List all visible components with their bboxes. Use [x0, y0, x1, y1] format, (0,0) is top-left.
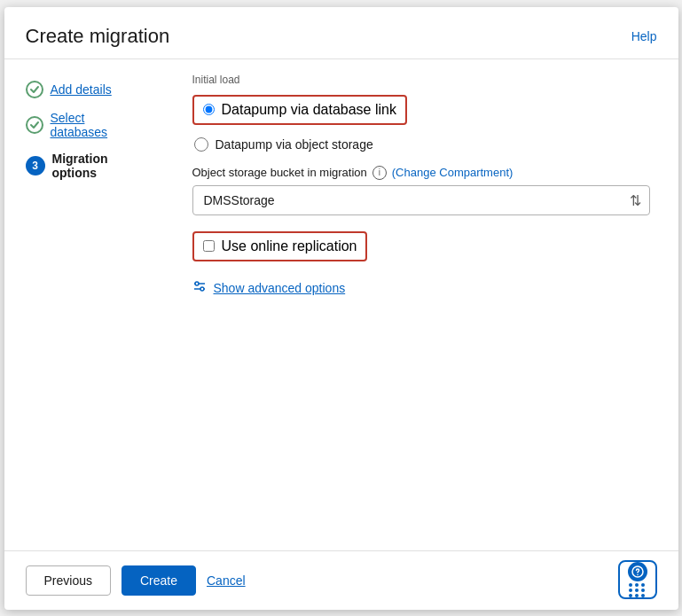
info-icon[interactable]: i [372, 166, 387, 180]
sidebar-item-select-databases[interactable]: Select databases [26, 111, 143, 139]
show-advanced-options-row[interactable]: Show advanced options [192, 279, 650, 297]
sidebar-item-add-details[interactable]: Add details [26, 81, 143, 98]
online-replication-label[interactable]: Use online replication [192, 231, 368, 261]
sidebar-label-select-databases: Select databases [51, 111, 143, 139]
help-link[interactable]: Help [631, 29, 657, 43]
modal-footer: Previous Create Cancel [4, 550, 678, 610]
cancel-button[interactable]: Cancel [207, 573, 246, 588]
sidebar-item-migration-options: 3 Migration options [26, 152, 143, 180]
create-migration-modal: Create migration Help Add details [4, 7, 678, 610]
radio-option-datapump-object-storage[interactable]: Datapump via object storage [194, 137, 650, 152]
online-replication-checkbox[interactable] [203, 240, 215, 252]
sliders-icon [192, 279, 207, 297]
radio-label-datapump-db-link: Datapump via database link [222, 102, 396, 118]
main-content: Initial load Datapump via database link … [164, 74, 678, 536]
help-widget-circle [628, 562, 647, 581]
create-button[interactable]: Create [122, 565, 196, 596]
help-widget[interactable] [618, 560, 657, 599]
radio-input-datapump-object-storage[interactable] [194, 137, 208, 152]
initial-load-label: Initial load [192, 74, 650, 86]
previous-button[interactable]: Previous [26, 565, 111, 596]
object-storage-field-group: Object storage bucket in migration i (Ch… [192, 166, 650, 215]
change-compartment-link[interactable]: (Change Compartment) [392, 166, 513, 179]
radio-option-datapump-db-link[interactable]: Datapump via database link [192, 95, 407, 125]
sidebar-label-migration-options: Migration options [52, 152, 143, 180]
step-number-migration-options: 3 [26, 156, 45, 175]
show-advanced-options-link[interactable]: Show advanced options [214, 281, 346, 295]
svg-point-2 [195, 282, 199, 285]
check-icon-add-details [26, 81, 43, 98]
online-replication-text: Use online replication [222, 238, 357, 254]
modal-body: Add details Select databases 3 Migration… [4, 59, 678, 550]
storage-select-wrapper: DMSStorage ⇅ [192, 185, 650, 215]
sidebar-label-add-details: Add details [51, 82, 112, 97]
svg-point-5 [637, 573, 639, 575]
modal-title: Create migration [26, 25, 170, 48]
sidebar: Add details Select databases 3 Migration… [4, 74, 164, 536]
svg-point-3 [200, 287, 204, 291]
radio-input-datapump-db-link[interactable] [203, 104, 215, 115]
modal-header: Create migration Help [4, 7, 678, 58]
help-widget-dots [629, 583, 646, 597]
storage-select[interactable]: DMSStorage [192, 185, 650, 215]
radio-label-datapump-object-storage: Datapump via object storage [216, 137, 373, 152]
check-icon-select-databases [26, 116, 43, 134]
object-storage-label: Object storage bucket in migration i (Ch… [192, 166, 650, 180]
